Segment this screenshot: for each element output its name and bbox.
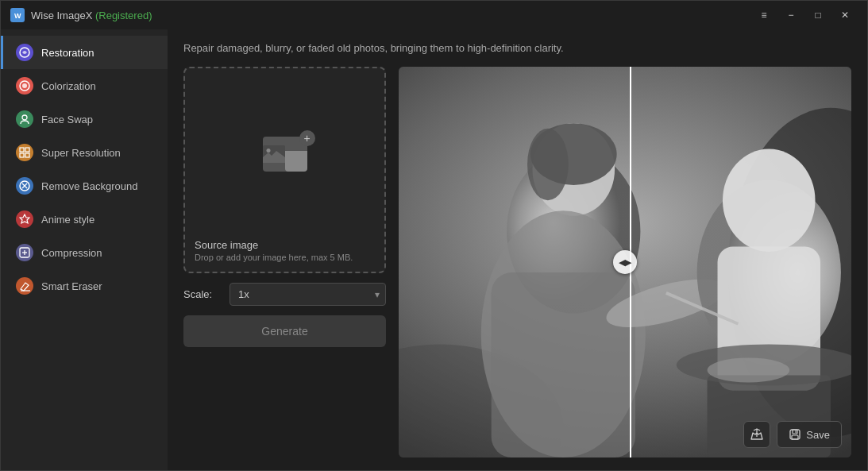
upload-label-area: Source image Drop or add your image here…	[195, 239, 375, 262]
svg-text:W: W	[14, 12, 21, 20]
sidebar-item-colorization[interactable]: Colorization	[1, 69, 168, 102]
smarteraser-label: Smart Eraser	[41, 280, 102, 292]
minimize-button[interactable]: −	[778, 6, 804, 25]
scale-select-wrapper: 1x 2x 4x	[230, 283, 386, 306]
app-title: Wise ImageX (Registered)	[31, 10, 152, 21]
svg-point-30	[723, 149, 816, 252]
svg-point-4	[22, 83, 27, 88]
upload-instructions: Drop or add your image here, max 5 MB.	[195, 253, 375, 262]
menu-button[interactable]: ≡	[751, 6, 777, 25]
sidebar-item-smarteraser[interactable]: Smart Eraser	[1, 269, 168, 303]
compression-label: Compression	[41, 247, 102, 259]
action-bar: Save	[743, 421, 842, 448]
colorization-label: Colorization	[41, 80, 96, 92]
page-description: Repair damaged, blurry, or faded old pho…	[183, 42, 851, 54]
removebg-label: Remove Background	[41, 180, 137, 192]
share-icon	[750, 428, 763, 441]
comparison-container: ◀▶	[399, 67, 851, 457]
sidebar: Restoration Colorization Face Swap Super…	[1, 29, 168, 470]
left-panel: + Source image Drop or add your image he…	[183, 67, 386, 457]
svg-rect-6	[20, 148, 24, 152]
share-button[interactable]	[743, 421, 770, 448]
sidebar-item-anime[interactable]: Anime style	[1, 203, 168, 236]
scale-select[interactable]: 1x 2x 4x	[230, 283, 386, 306]
anime-icon	[16, 210, 33, 228]
superresolution-label: Super Resolution	[41, 147, 121, 159]
save-button[interactable]: Save	[777, 421, 842, 448]
colorization-icon	[16, 77, 33, 95]
svg-point-25	[527, 129, 569, 201]
scale-row: Scale: 1x 2x 4x	[183, 283, 386, 306]
maximize-button[interactable]: □	[805, 6, 831, 25]
svg-rect-7	[25, 148, 29, 152]
faceswap-icon	[16, 110, 33, 128]
sidebar-item-superresolution[interactable]: Super Resolution	[1, 136, 168, 169]
sidebar-item-compression[interactable]: Compression	[1, 236, 168, 269]
close-button[interactable]: ✕	[832, 6, 858, 25]
comparison-slider-handle[interactable]: ◀▶	[613, 250, 637, 274]
upload-area[interactable]: + Source image Drop or add your image he…	[183, 67, 386, 273]
svg-point-5	[22, 115, 27, 120]
superresolution-icon	[16, 144, 33, 161]
compression-icon	[16, 244, 33, 261]
svg-point-18	[266, 149, 270, 152]
svg-rect-37	[793, 430, 797, 434]
upload-icon-wrapper: +	[263, 137, 307, 172]
generate-button[interactable]: Generate	[183, 315, 386, 347]
sidebar-item-removebg[interactable]: Remove Background	[1, 169, 168, 203]
titlebar: W Wise ImageX (Registered) ≡ − □ ✕	[1, 1, 867, 29]
titlebar-left: W Wise ImageX (Registered)	[10, 8, 152, 22]
titlebar-controls: ≡ − □ ✕	[751, 6, 858, 25]
app-logo-icon: W	[10, 8, 25, 22]
svg-rect-27	[492, 272, 635, 457]
save-label: Save	[806, 429, 830, 441]
anime-label: Anime style	[41, 214, 95, 226]
save-icon	[789, 428, 801, 441]
workspace: + Source image Drop or add your image he…	[183, 67, 851, 457]
add-image-plus-icon: +	[299, 130, 315, 146]
svg-rect-8	[20, 153, 24, 157]
smarteraser-icon	[16, 277, 33, 295]
sidebar-item-restoration[interactable]: Restoration	[1, 36, 168, 69]
image-preview-panel: ◀▶	[399, 67, 851, 457]
app-window: W Wise ImageX (Registered) ≡ − □ ✕ Resto…	[0, 0, 868, 471]
restoration-label: Restoration	[41, 47, 94, 59]
svg-point-34	[708, 357, 790, 382]
main-area: Repair damaged, blurry, or faded old pho…	[168, 29, 867, 470]
restoration-icon	[16, 44, 33, 61]
removebg-icon	[16, 177, 33, 195]
svg-rect-38	[792, 435, 798, 439]
svg-marker-11	[20, 214, 29, 223]
svg-rect-9	[25, 153, 29, 157]
registered-label: (Registered)	[95, 10, 152, 21]
sidebar-item-faceswap[interactable]: Face Swap	[1, 102, 168, 136]
scale-label: Scale:	[183, 288, 223, 300]
content-area: Restoration Colorization Face Swap Super…	[1, 29, 867, 470]
upload-source-label: Source image	[195, 239, 375, 251]
faceswap-label: Face Swap	[41, 114, 93, 125]
